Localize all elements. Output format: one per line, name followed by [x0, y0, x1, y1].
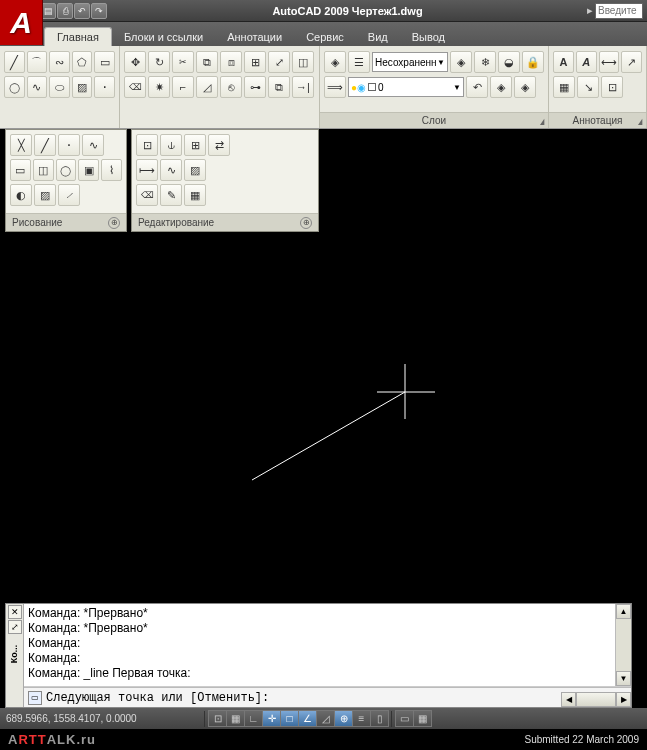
tab-output[interactable]: Вывод [400, 28, 457, 46]
boundary-button[interactable]: ▣ [78, 159, 99, 181]
pin-icon[interactable]: ⊕ [108, 217, 120, 229]
help-search-input[interactable] [595, 3, 643, 19]
arc-button[interactable] [27, 51, 48, 73]
layer-dropdown[interactable]: ●◉0 ▼ [348, 77, 464, 97]
ortho-toggle[interactable] [244, 710, 263, 727]
point-button[interactable] [94, 76, 115, 98]
scroll-right-icon[interactable]: ▶ [616, 692, 631, 707]
extend-button[interactable]: →| [292, 76, 314, 98]
snap-toggle[interactable] [208, 710, 227, 727]
layer-off-button[interactable]: ◒ [498, 51, 520, 73]
scroll-down-icon[interactable]: ▼ [616, 671, 631, 686]
mpoint-button[interactable] [58, 134, 80, 156]
text-button[interactable] [553, 51, 574, 73]
pin-icon[interactable]: ⊕ [300, 217, 312, 229]
expand-arrow-icon[interactable]: ◢ [638, 117, 642, 126]
pedit-button[interactable] [136, 184, 158, 206]
line-button[interactable] [4, 51, 25, 73]
lwt-toggle[interactable]: ≡ [352, 710, 371, 727]
tab-home[interactable]: Главная [44, 27, 112, 46]
mtext-button[interactable] [576, 51, 597, 73]
layer-freeze-button[interactable]: ❄ [474, 51, 496, 73]
dock-cmd-icon[interactable]: ⤢ [8, 620, 22, 634]
redo-icon[interactable]: ↷ [91, 3, 107, 19]
layer-props-button[interactable] [324, 51, 346, 73]
command-input[interactable] [46, 691, 627, 705]
arrayrect-button[interactable] [184, 134, 206, 156]
trim-button[interactable] [172, 51, 194, 73]
app-menu-button[interactable]: A [0, 0, 43, 45]
ducs-toggle[interactable]: ◿ [316, 710, 335, 727]
hatch-button[interactable] [72, 76, 93, 98]
edit-hatch-button[interactable]: ▨ [184, 159, 206, 181]
tab-service[interactable]: Сервис [294, 28, 356, 46]
ray-button[interactable] [34, 134, 56, 156]
expand-arrow-icon[interactable]: ◢ [540, 117, 544, 126]
hscroll-thumb[interactable] [576, 692, 616, 707]
layer-lock-button[interactable]: 🔒 [522, 51, 544, 73]
layer-tool2-button[interactable]: ◈ [514, 76, 536, 98]
spline-button[interactable] [27, 76, 48, 98]
edit-pl-button[interactable]: ∿ [160, 159, 182, 181]
hscrollbar[interactable]: ◀ ▶ [561, 692, 631, 707]
layer-iso-button[interactable]: ◈ [450, 51, 472, 73]
close-cmd-icon[interactable]: ✕ [8, 605, 22, 619]
scroll-up-icon[interactable]: ▲ [616, 604, 631, 619]
array-button[interactable] [244, 51, 266, 73]
lengthen-button[interactable]: ⟼ [136, 159, 158, 181]
copy-button[interactable]: ⧉ [268, 76, 290, 98]
scroll-track[interactable] [616, 619, 631, 671]
scroll-left-icon[interactable]: ◀ [561, 692, 576, 707]
ellipse-button[interactable] [49, 76, 70, 98]
model-toggle[interactable]: ▭ [395, 710, 414, 727]
grid-toggle[interactable] [226, 710, 245, 727]
polygon-button[interactable] [72, 51, 93, 73]
wipeout-button[interactable]: ◫ [33, 159, 54, 181]
table-button[interactable]: ▦ [553, 76, 575, 98]
undo-icon[interactable]: ↶ [74, 3, 90, 19]
print-icon[interactable]: ⎙ [57, 3, 73, 19]
explode-button[interactable]: ✷ [148, 76, 170, 98]
leader-button[interactable]: ↗ [621, 51, 642, 73]
splineedit-button[interactable]: ✎ [160, 184, 182, 206]
polyline-button[interactable] [49, 51, 70, 73]
xline-button[interactable]: ╳ [10, 134, 32, 156]
dyn-toggle[interactable] [334, 710, 353, 727]
layer-prev-button[interactable]: ↶ [466, 76, 488, 98]
rectangle-button[interactable] [94, 51, 115, 73]
region-button[interactable] [10, 159, 31, 181]
erase-button[interactable] [124, 76, 146, 98]
tab-blocks[interactable]: Блоки и ссылки [112, 28, 215, 46]
circle-button[interactable] [4, 76, 25, 98]
chamfer-button[interactable]: ◿ [196, 76, 218, 98]
layout-toggle[interactable]: ▦ [413, 710, 432, 727]
layer-state-dropdown[interactable]: Несохраненн ▼ [372, 52, 448, 72]
gradient-button[interactable]: ◐ [10, 184, 32, 206]
donut-button[interactable] [56, 159, 77, 181]
offset-button[interactable] [220, 51, 242, 73]
overkill-button[interactable]: ▦ [184, 184, 206, 206]
move-button[interactable] [124, 51, 146, 73]
osnap-toggle[interactable] [280, 710, 299, 727]
break-button[interactable]: ⎋ [220, 76, 242, 98]
scale-button[interactable] [268, 51, 290, 73]
anno-tool-button[interactable]: ⊡ [601, 76, 623, 98]
otrack-toggle[interactable]: ∠ [298, 710, 317, 727]
align-button[interactable]: ⫝ [160, 134, 182, 156]
helix-button[interactable]: ⌇ [101, 159, 122, 181]
vscrollbar[interactable]: ▲ ▼ [615, 604, 631, 686]
command-history[interactable]: Команда: *Прервано* Команда: *Прервано* … [24, 604, 631, 687]
setbypoint-button[interactable]: ⊡ [136, 134, 158, 156]
3dpoly-button[interactable]: ⟋ [58, 184, 80, 206]
layer-tool1-button[interactable]: ◈ [490, 76, 512, 98]
mirror-button[interactable] [196, 51, 218, 73]
tab-view[interactable]: Вид [356, 28, 400, 46]
coordinates-readout[interactable]: 689.5966, 1558.4107, 0.0000 [6, 713, 201, 724]
fillet-button[interactable]: ⌐ [172, 76, 194, 98]
solid-button[interactable] [34, 184, 56, 206]
revcloud-button[interactable] [82, 134, 104, 156]
tab-annotations[interactable]: Аннотации [215, 28, 294, 46]
layer-match-button[interactable]: ⟹ [324, 76, 346, 98]
mleader-button[interactable]: ↘ [577, 76, 599, 98]
rotate-button[interactable] [148, 51, 170, 73]
